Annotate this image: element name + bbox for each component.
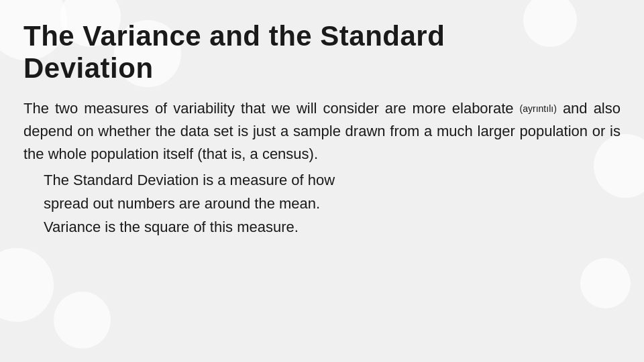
body-paragraph-2: The Standard Deviation is a measure of h… — [44, 168, 621, 239]
body-para1-part1: The two measures of variability that we … — [23, 100, 514, 117]
title-line2: Deviation — [23, 52, 154, 84]
title-line1: The Variance and the Standard — [23, 20, 445, 52]
body-para1-annotation: (ayrıntılı) — [520, 103, 557, 114]
slide-title: The Variance and the Standard Deviation — [23, 20, 621, 85]
body-para2-line1: The Standard Deviation is a measure of h… — [44, 172, 335, 188]
slide-container: The Variance and the Standard Deviation … — [0, 0, 644, 362]
body-para2-line2: spread out numbers are around the mean. — [44, 195, 320, 212]
body-paragraph-1: The two measures of variability that we … — [23, 97, 621, 166]
body-para3: Variance is the square of this measure. — [44, 219, 299, 235]
slide-content: The Variance and the Standard Deviation … — [10, 10, 634, 352]
